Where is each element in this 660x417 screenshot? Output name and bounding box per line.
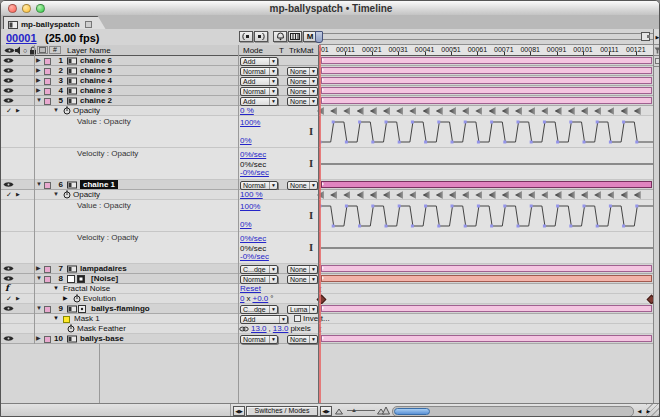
velocity-min-link[interactable]: -0%/sec [240,168,269,177]
zoom-out-icon[interactable] [335,407,343,415]
expand-arrow-icon[interactable]: ▼ [53,106,59,115]
layer-name-column-header[interactable]: Layer Name [67,45,111,56]
trkmat-dropdown[interactable]: None▼ [287,87,318,96]
mode-dropdown[interactable]: Normal▼ [240,275,278,284]
evolution-degrees-link[interactable]: +0.0 [252,294,268,303]
trkmat-dropdown[interactable]: Luma▼ [287,305,318,314]
eye-icon[interactable] [3,76,14,85]
hold-keyframe-icon[interactable] [489,191,496,199]
mode-panel-divider[interactable] [238,45,239,403]
velocity-min-link[interactable]: -0%/sec [240,252,269,261]
expand-arrow-icon[interactable]: ▶ [36,76,41,85]
hold-keyframe-icon[interactable] [423,107,430,115]
hold-keyframe-icon[interactable] [343,107,350,115]
hold-keyframe-icon[interactable] [555,191,562,199]
shy-layers-button[interactable] [239,31,253,42]
hold-keyframe-icon[interactable] [449,191,456,199]
hold-keyframe-icon[interactable] [515,191,522,199]
mask-row[interactable]: ▼ Mask 1 Add▼ Invert... I [1,314,653,324]
layer-name[interactable]: chaine 2 [80,96,112,105]
expand-arrow-icon[interactable]: ▼ [36,180,42,189]
hold-keyframe-icon[interactable] [555,107,562,115]
hold-keyframe-icon[interactable] [581,191,588,199]
graph-height-adjuster-icon[interactable]: I [309,159,313,169]
hold-keyframe-icon[interactable] [594,191,601,199]
layer-row[interactable]: ▶ 3 chaine 4 Add▼ None▼ [1,76,653,86]
audio-column-icon[interactable] [14,45,22,56]
effect-reset-link[interactable]: Reset [240,284,261,293]
expand-arrow-icon[interactable]: ▶ [36,56,41,65]
expand-arrow-icon[interactable]: ▶ [36,66,41,75]
trkmat-dropdown[interactable]: None▼ [287,275,318,284]
mode-dropdown[interactable]: Normal▼ [240,67,278,76]
next-keyframe-icon[interactable]: ▶ [16,294,20,303]
eye-icon[interactable] [3,66,14,75]
mode-column-header[interactable]: Mode [243,45,263,56]
opacity-velocity-graph[interactable] [320,148,654,180]
mode-dropdown[interactable]: C...dge▼ [240,265,278,274]
property-label[interactable]: Mask Feather [77,324,126,333]
layer-duration-bar[interactable] [321,77,652,84]
hold-keyframe-icon[interactable] [409,191,416,199]
velocity-max-link[interactable]: 0%/sec [240,150,266,159]
hold-keyframe-icon[interactable] [475,107,482,115]
layer-row[interactable]: ▶ 7 lampadaires C...dge▼ None▼ [1,264,653,274]
hold-keyframe-icon[interactable] [489,107,496,115]
layer-row[interactable]: ▼ 8 [Noise] Normal▼ None▼ [1,274,653,284]
stopwatch-icon[interactable] [63,190,71,199]
switches-modes-button[interactable]: Switches / Modes [246,406,318,416]
trkmat-dropdown[interactable]: None▼ [287,335,318,344]
layer-duration-bar[interactable] [321,97,652,104]
mask-name[interactable]: Mask 1 [74,314,100,323]
layer-duration-bar[interactable] [321,57,652,64]
next-keyframe-icon[interactable]: ▶ [16,106,20,115]
effect-name[interactable]: Fractal Noise [63,284,110,293]
solo-column-icon[interactable]: ○ [23,45,27,56]
layer-name[interactable]: [Noise] [91,274,118,283]
trkmat-dropdown[interactable]: None▼ [287,97,318,106]
mode-dropdown[interactable]: Add▼ [240,97,278,106]
hold-keyframe-icon[interactable] [330,107,337,115]
time-ruler[interactable]: 0000100011000210003100041000510006100071… [319,45,653,56]
trkmat-dropdown[interactable]: None▼ [287,181,318,190]
trkmat-dropdown[interactable]: None▼ [287,265,318,274]
layer-row[interactable]: ▶ 4 chaine 3 Normal▼ None▼ [1,86,653,96]
horizontal-scrollbar[interactable] [392,406,634,417]
link-dimensions-icon[interactable] [239,326,249,332]
opacity-velocity-graph[interactable] [320,232,654,264]
layer-row[interactable]: ▼ 5 chaine 2 Add▼ None▼ [1,96,653,106]
layer-name[interactable]: chaine 6 [80,56,112,65]
effect-row[interactable]: f ▼ Fractal Noise Reset I [1,284,653,294]
next-keyframe-icon[interactable]: ▶ [16,190,20,199]
property-label[interactable]: Opacity [73,106,100,115]
hold-keyframe-icon[interactable] [502,191,509,199]
hold-keyframe-icon[interactable] [423,191,430,199]
expand-arrow-icon[interactable]: ▶ [36,86,41,95]
hold-keyframe-icon[interactable] [383,107,390,115]
hold-keyframe-icon[interactable] [436,107,443,115]
hold-keyframe-icon[interactable] [581,107,588,115]
feather-y-link[interactable]: 13.0 [273,324,289,333]
graph-height-adjuster-icon[interactable]: I [309,211,313,221]
feather-x-link[interactable]: 13.0 [251,324,267,333]
eye-icon[interactable] [3,264,14,273]
hold-keyframe-icon[interactable] [370,107,377,115]
property-row-opacity[interactable]: ✓ ▶ ▼ Opacity 100 % [1,190,653,200]
navigator-right-arrow-button[interactable]: ▶ [653,29,660,45]
zoom-slider-thumb[interactable]: ▲ [351,406,357,414]
expand-arrow-icon[interactable]: ▼ [53,314,59,323]
trkmat-column-header[interactable]: TrkMat [289,45,314,56]
stopwatch-icon[interactable] [73,294,81,303]
keyframe-check-icon[interactable]: ✓ [6,106,12,115]
evolution-value[interactable]: 0x+0.0° [240,294,273,303]
expand-arrow-icon[interactable]: ▶ [36,334,41,343]
hold-keyframe-icon[interactable] [462,107,469,115]
hold-keyframe-icon[interactable] [541,107,548,115]
value-max-link[interactable]: 100% [240,202,260,211]
layer-name[interactable]: lampadaires [80,264,127,273]
eye-icon[interactable] [3,274,14,283]
mask-color-chip[interactable] [63,316,70,323]
hold-keyframe-icon[interactable] [357,191,364,199]
property-label[interactable]: Evolution [83,294,116,303]
hold-keyframe-icon[interactable] [357,107,364,115]
